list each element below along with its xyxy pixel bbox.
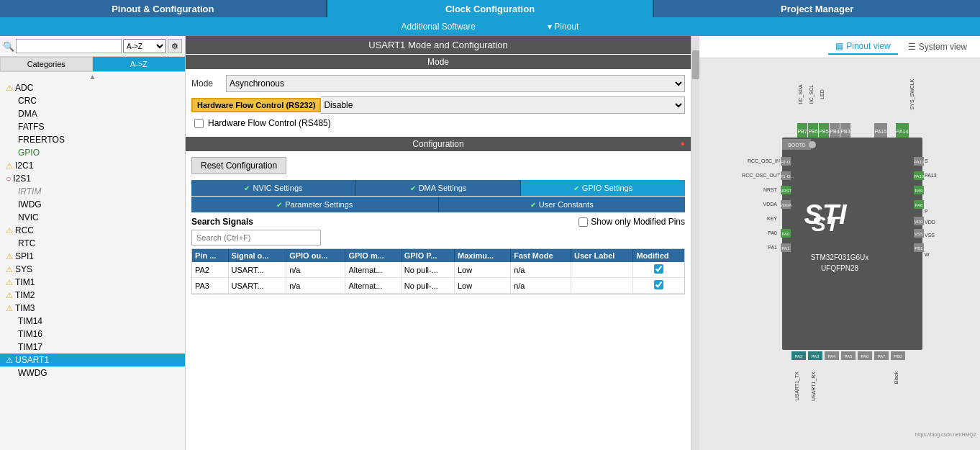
hw-flow-rs485-label: Hardware Flow Control (RS485) [208,118,331,128]
sidebar-item-irtim[interactable]: IRTIM [0,185,185,198]
cell-gpio-out-pa3: n/a [286,278,345,294]
nav-pinout-config[interactable]: Pinout & Configuration [0,0,327,17]
gpio-table: Pin ... Signal o... GPIO ou... GPIO m...… [192,249,684,294]
svg-text:PB4: PB4 [830,129,839,134]
cell-fast-mode-pa3: n/a [511,278,571,294]
cell-gpio-out-pa2: n/a [286,262,345,278]
nav-project-manager[interactable]: Project Manager [654,0,980,17]
svg-text:PA0: PA0 [768,230,777,235]
svg-text:VDD: VDD [915,220,924,224]
col-gpio-mode: GPIO m... [345,249,401,262]
svg-text:USART1_RX: USART1_RX [811,372,817,401]
col-max: Maximu... [454,249,510,262]
cell-max-pa2: Low [454,262,510,278]
sidebar-item-sys[interactable]: ⚠ SYS [0,263,185,276]
cell-pin-pa3: PA3 [192,278,228,294]
sidebar-search-input[interactable] [16,39,122,53]
tab-dma-settings[interactable]: ✔ DMA Settings [356,180,521,196]
show-modified-checkbox[interactable] [579,217,588,227]
pink-circle-icon: ○ [6,174,11,184]
tab-gpio-settings[interactable]: ✔ GPIO Settings [521,180,685,196]
sidebar-item-fatfs[interactable]: FATFS [0,120,185,133]
sidebar-item-tim16[interactable]: TIM16 [0,328,185,341]
sidebar-item-tim2[interactable]: ⚠ TIM2 [0,289,185,302]
table-row[interactable]: PA3 USART... n/a Alternat... No pull-...… [192,278,684,294]
svg-text:PA1: PA1 [782,246,791,251]
col-gpio-out: GPIO ou... [286,249,345,262]
grid-icon: ▦ [835,41,843,51]
cell-gpio-pull-pa3: No pull-... [401,278,454,294]
svg-text:IIC_SCL: IIC_SCL [809,85,815,104]
sidebar-item-tim17[interactable]: TIM17 [0,341,185,354]
svg-text:KEY: KEY [767,216,777,221]
svg-text:W: W [925,252,930,257]
svg-text:LED: LED [820,89,825,99]
cell-modified-pa3[interactable] [633,278,684,294]
tab-categories[interactable]: Categories [0,57,93,71]
sidebar-item-iwdg[interactable]: IWDG [0,198,185,211]
tab-atoz[interactable]: A->Z [93,57,186,71]
tab-nvic-settings[interactable]: ✔ NVIC Settings [191,180,356,196]
hw-flow-rs485-checkbox[interactable] [194,119,204,128]
sidebar-item-gpio[interactable]: GPIO [0,146,185,159]
sidebar-item-tim14[interactable]: TIM14 [0,315,185,328]
sidebar-item-rcc[interactable]: ⚠ RCC [0,224,185,237]
check-icon-gpio: ✔ [573,184,579,192]
cell-gpio-pull-pa2: No pull-... [401,262,454,278]
cell-pin-pa2: PA2 [192,262,228,278]
center-scrollbar[interactable] [691,36,699,450]
sidebar-item-nvic[interactable]: NVIC [0,211,185,224]
svg-text:USART1_TX: USART1_TX [794,372,800,401]
mode-select[interactable]: Asynchronous Synchronous Single Wire (Ha… [226,75,685,92]
sidebar-sort-select[interactable]: A->Z [123,39,166,53]
svg-text:PF1-O...: PF1-O... [778,174,794,179]
svg-text:RCC_OSC_IN: RCC_OSC_IN [748,158,780,164]
check-icon-nvic: ✔ [244,184,250,192]
svg-point-22 [809,141,816,148]
tab-system-view[interactable]: ☰ System view [901,40,974,54]
sidebar-item-crc[interactable]: CRC [0,94,185,107]
search-signals-input[interactable] [191,230,321,246]
col-user-label: User Label [571,249,633,262]
cell-gpio-mode-pa2: Alternat... [345,262,401,278]
cell-modified-pa2[interactable] [633,262,684,278]
sidebar-item-tim1[interactable]: ⚠ TIM1 [0,276,185,289]
warn-icon-adc: ⚠ [6,84,13,93]
cell-max-pa3: Low [454,278,510,294]
svg-text:PA10: PA10 [914,174,925,179]
reset-config-button[interactable]: Reset Configuration [191,157,286,174]
table-row[interactable]: PA2 USART... n/a Alternat... No pull-...… [192,262,684,278]
sidebar-settings-button[interactable]: ⚙ [168,39,182,53]
tab-parameter-settings[interactable]: ✔ Parameter Settings [191,197,439,212]
sidebar-item-adc[interactable]: ⚠ ADC [0,81,185,94]
svg-text:https://blog.csdn.net/HMQZ: https://blog.csdn.net/HMQZ [915,432,977,438]
sidebar-item-i2s1[interactable]: ○ I2S1 [0,172,185,185]
tab-pinout-view[interactable]: ▦ Pinout view [828,39,897,55]
sidebar-item-wwdg[interactable]: WWDG [0,366,185,379]
sidebar-item-rtc[interactable]: RTC [0,237,185,250]
hw-flow-select[interactable]: Disable CTS Only RTS Only CTS/RTS [321,96,685,114]
svg-text:PA13: PA13 [914,160,925,164]
sidebar-item-i2c1[interactable]: ⚠ I2C1 [0,159,185,172]
sidebar-item-freertos[interactable]: FREERTOS [0,133,185,146]
col-fast-mode: Fast Mode [511,249,571,262]
svg-text:PB5: PB5 [819,129,828,134]
svg-text:Black: Black [894,372,899,384]
sidebar-item-dma[interactable]: DMA [0,107,185,120]
svg-text:PA3: PA3 [812,354,820,359]
tab-user-constants[interactable]: ✔ User Constants [439,197,686,212]
sidebar-item-tim3[interactable]: ⚠ TIM3 [0,302,185,315]
cell-fast-mode-pa2: n/a [511,262,571,278]
svg-text:VSS: VSS [915,232,923,236]
nav-pinout[interactable]: ▾ Pinout [533,22,593,32]
svg-text:VDDA: VDDA [780,203,792,207]
gear-icon: ⚙ [171,42,178,51]
svg-text:PA15: PA15 [875,129,887,134]
cell-signal-pa2: USART... [228,262,286,278]
sidebar-item-spi1[interactable]: ⚠ SPI1 [0,250,185,263]
svg-text:S: S [925,158,928,163]
svg-text:PB0: PB0 [894,354,902,359]
nav-additional-software[interactable]: Additional Software [387,22,490,32]
nav-clock-config[interactable]: Clock Configuration [327,0,655,17]
sidebar-item-usart1[interactable]: ⚠ USART1 [0,354,185,366]
